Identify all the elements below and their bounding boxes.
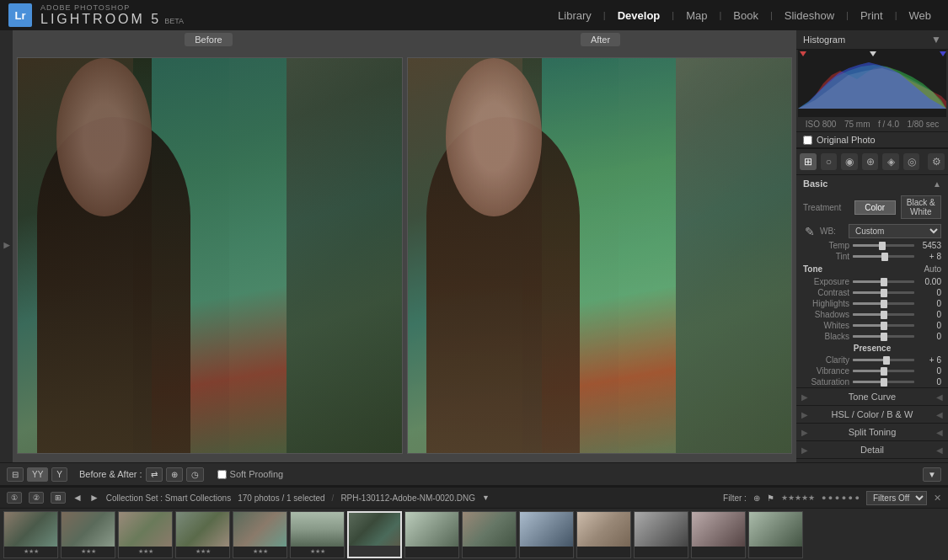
gradient-tool[interactable]: ◈ (882, 153, 899, 170)
nav-web[interactable]: Web (901, 9, 940, 22)
nav-next-icon[interactable]: ► (89, 492, 99, 504)
split-toning-toggle[interactable]: ▶ Split Toning ◀ (796, 424, 948, 440)
filmstrip-thumb-1[interactable]: ★★★ (3, 511, 58, 558)
filmstrip-thumb-5[interactable]: ★★★ (233, 511, 287, 558)
contrast-track[interactable] (853, 291, 914, 294)
expand-filmstrip-btn[interactable]: ▼ (923, 467, 941, 482)
exposure-track[interactable] (853, 280, 914, 283)
filmstrip-thumb-14[interactable] (748, 511, 803, 558)
original-photo-row: Original Photo (796, 132, 948, 148)
blacks-track[interactable] (853, 335, 914, 338)
exposure-thumb[interactable] (881, 278, 887, 286)
clarity-fill (853, 359, 886, 361)
saturation-thumb[interactable] (881, 378, 887, 387)
thumb-footer-14 (749, 547, 802, 557)
view-grid[interactable]: ⊞ (51, 492, 66, 504)
soft-proofing-checkbox[interactable] (217, 470, 227, 479)
before-photo-image (18, 58, 402, 453)
nav-map[interactable]: Map (678, 9, 715, 22)
wb-dropdown[interactable]: Custom Auto As Shot Daylight Cloudy Shad… (849, 224, 941, 238)
shadows-track[interactable] (853, 313, 914, 316)
stars-6: ★★★ (310, 548, 325, 555)
highlights-track[interactable] (853, 302, 914, 305)
bottom-split-btn[interactable]: YY (27, 467, 48, 482)
contrast-label: Contrast (803, 288, 849, 297)
basic-header[interactable]: Basic ▲ (796, 175, 948, 192)
nav-book[interactable]: Book (725, 9, 767, 22)
view-mode-2[interactable]: ② (29, 492, 44, 504)
spot-tool[interactable]: ◉ (841, 153, 858, 170)
svg-marker-5 (940, 51, 946, 56)
saturation-label: Saturation (803, 377, 849, 387)
tint-track[interactable] (853, 255, 914, 258)
filmstrip-thumb-6[interactable]: ★★★ (290, 511, 345, 558)
crop-tool[interactable]: ○ (821, 153, 838, 170)
flag-icon[interactable]: ⚑ (767, 493, 774, 503)
filename-arrow-icon[interactable]: ▼ (482, 493, 490, 502)
filter-icon[interactable]: ⊕ (753, 493, 760, 503)
nav-develop[interactable]: Develop (609, 9, 669, 22)
vibrance-thumb[interactable] (881, 367, 887, 376)
filmstrip-thumb-8[interactable] (404, 511, 459, 558)
filmstrip-thumb-7[interactable] (347, 511, 402, 558)
filmstrip-thumb-2[interactable]: ★★★ (61, 511, 115, 558)
clarity-track[interactable] (853, 359, 914, 361)
clarity-thumb[interactable] (883, 356, 890, 365)
settings-icon[interactable]: ⚙ (928, 153, 945, 170)
tone-curve-arrow-icon: ▶ (801, 392, 808, 402)
auto-btn[interactable]: Auto (924, 264, 941, 274)
color-treatment-btn[interactable]: Color (854, 200, 896, 215)
shadows-thumb[interactable] (881, 311, 887, 319)
whites-thumb[interactable] (881, 322, 887, 330)
after-button[interactable]: After (581, 33, 620, 46)
thumb-footer-7 (349, 546, 400, 556)
histogram-expand-icon[interactable]: ▼ (931, 34, 941, 45)
filmstrip-thumb-10[interactable] (519, 511, 574, 558)
whites-track[interactable] (853, 324, 914, 327)
filename[interactable]: RPH-130112-Adobe-NM-0020.DNG (340, 493, 475, 503)
temp-thumb[interactable] (879, 242, 886, 250)
hsl-toggle[interactable]: ▶ HSL / Color / B & W ◀ (796, 406, 948, 423)
stars-1: ★★★ (24, 548, 39, 555)
filmstrip-thumb-11[interactable] (576, 511, 631, 558)
nav-library[interactable]: Library (549, 9, 600, 22)
whites-fill (853, 324, 884, 327)
brush-tool[interactable]: ◎ (903, 153, 920, 170)
redeye-tool[interactable]: ⊕ (862, 153, 879, 170)
nav-slideshow[interactable]: Slideshow (776, 9, 843, 22)
nav-print[interactable]: Print (852, 9, 892, 22)
contrast-thumb[interactable] (881, 289, 887, 297)
top-bar: Lr ADOBE PHOTOSHOP LIGHTROOM 5 BETA Libr… (0, 0, 948, 30)
bottom-overlay-btn[interactable]: Y (51, 467, 67, 482)
grid-tool[interactable]: ⊞ (800, 153, 817, 170)
copy2-btn[interactable]: ◷ (186, 467, 204, 482)
filmstrip-thumb-3[interactable]: ★★★ (118, 511, 173, 558)
saturation-track[interactable] (853, 381, 914, 383)
lens-corrections-toggle[interactable]: ▶ Lens Corrections ◀ (796, 459, 948, 462)
nav-prev-icon[interactable]: ◄ (72, 492, 83, 504)
detail-section: ▶ Detail ◀ (796, 441, 948, 459)
temp-value: 5453 (918, 241, 941, 250)
filters-dropdown[interactable]: Filters Off (866, 491, 927, 505)
bw-treatment-btn[interactable]: Black & White (901, 195, 942, 219)
thumb-footer-6: ★★★ (291, 547, 344, 557)
vibrance-track[interactable] (853, 370, 914, 372)
filmstrip-thumb-4[interactable]: ★★★ (175, 511, 230, 558)
tint-thumb[interactable] (881, 253, 888, 261)
tone-curve-toggle[interactable]: ▶ Tone Curve ◀ (796, 388, 948, 405)
before-button[interactable]: Before (185, 33, 232, 46)
filmstrip-thumb-12[interactable] (634, 511, 688, 558)
view-mode-1[interactable]: ① (7, 492, 22, 504)
swap-btn[interactable]: ⇄ (146, 467, 163, 482)
bottom-view-btn[interactable]: ⊟ (7, 467, 24, 482)
filmstrip-thumb-9[interactable] (462, 511, 517, 558)
highlights-thumb[interactable] (881, 300, 887, 308)
filmstrip-thumb-13[interactable] (691, 511, 746, 558)
close-filmstrip-icon[interactable]: ✕ (934, 493, 941, 504)
blacks-thumb[interactable] (881, 333, 887, 341)
wb-eyedropper-icon[interactable]: ✎ (803, 225, 817, 238)
copy-btn[interactable]: ⊕ (166, 467, 183, 482)
original-photo-checkbox[interactable] (803, 136, 812, 145)
temp-track[interactable] (853, 244, 914, 247)
detail-toggle[interactable]: ▶ Detail ◀ (796, 441, 948, 458)
